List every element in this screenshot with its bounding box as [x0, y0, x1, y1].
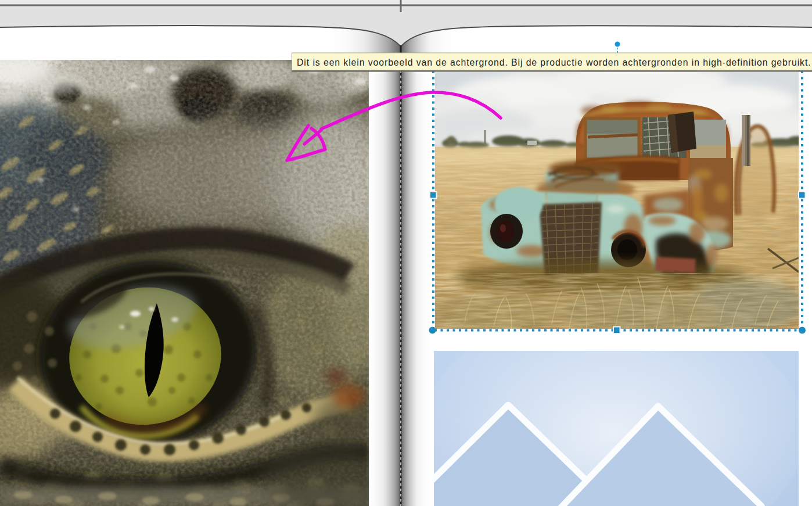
svg-text:Dit is een klein voorbeeld van: Dit is een klein voorbeeld van de achter…	[297, 58, 811, 67]
